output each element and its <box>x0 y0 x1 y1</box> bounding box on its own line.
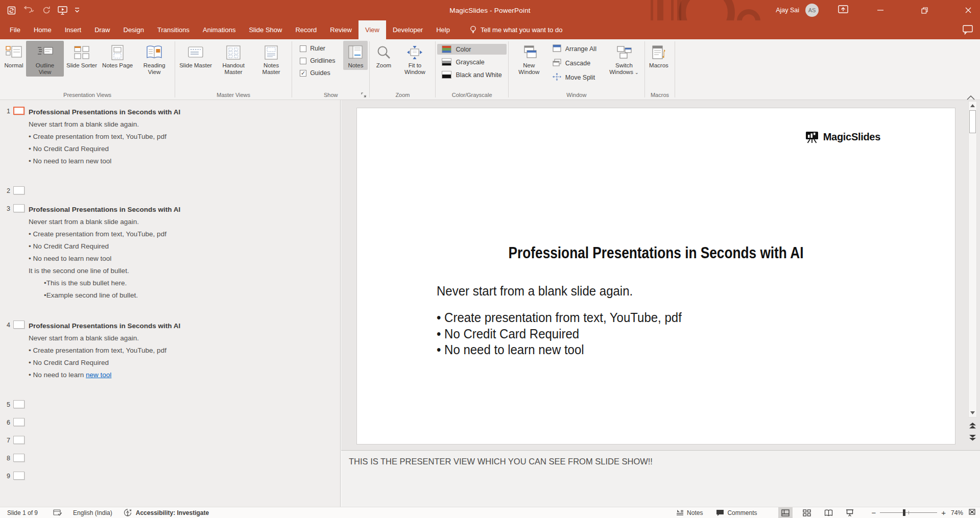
outline-line[interactable]: It is the second one line of bullet. <box>29 265 180 277</box>
save-icon[interactable] <box>7 6 16 15</box>
outline-slide[interactable]: 3Professional Presentations in Seconds w… <box>4 204 335 302</box>
collapse-ribbon-icon[interactable] <box>967 93 975 102</box>
slide-icon[interactable] <box>13 436 25 444</box>
gridlines-checkbox[interactable]: Gridlines <box>300 57 335 64</box>
show-dialog-launcher-icon[interactable] <box>361 92 366 98</box>
outline-line[interactable]: Never start from a blank slide again. <box>29 216 180 228</box>
outline-slide[interactable]: 1Professional Presentations in Seconds w… <box>4 106 335 167</box>
outline-slide[interactable]: 9 <box>4 471 335 480</box>
slide-icon[interactable] <box>13 320 25 329</box>
vertical-scrollbar[interactable] <box>968 101 977 417</box>
tab-transitions[interactable]: Transitions <box>151 20 196 39</box>
zoom-button[interactable]: Zoom <box>371 41 396 70</box>
previous-slide-icon[interactable] <box>969 422 976 431</box>
outline-slide-title[interactable]: Professional Presentations in Seconds wi… <box>29 106 180 118</box>
tab-insert[interactable]: Insert <box>58 20 88 39</box>
slide-icon[interactable] <box>13 400 25 408</box>
slide-icon[interactable] <box>13 418 25 426</box>
slide-bullet[interactable]: • No Credit Card Required <box>437 326 682 342</box>
speaker-notes-text[interactable]: THIS IS THE PRESENTER VIEW WHICH YOU CAN… <box>349 457 653 467</box>
slide-icon[interactable] <box>13 186 25 194</box>
ruler-checkbox[interactable]: Ruler <box>300 45 335 52</box>
outline-panel[interactable]: 1Professional Presentations in Seconds w… <box>0 100 341 507</box>
scroll-up-icon[interactable] <box>969 102 976 110</box>
slide-canvas[interactable]: MagicSlides Professional Presentations i… <box>356 108 955 445</box>
reading-view-button[interactable]: Reading View <box>135 41 173 77</box>
outline-slide-title[interactable]: Professional Presentations in Seconds wi… <box>29 320 180 332</box>
minimize-button[interactable] <box>869 0 892 20</box>
outline-slide-title[interactable]: Professional Presentations in Seconds wi… <box>29 204 180 216</box>
slide-icon[interactable] <box>13 107 25 115</box>
slide-icon[interactable] <box>13 204 25 212</box>
tab-help[interactable]: Help <box>429 20 457 39</box>
outline-line[interactable]: • No Credit Card Required <box>29 240 180 253</box>
notes-toggle[interactable]: Notes <box>676 509 703 516</box>
customize-qat-icon[interactable] <box>75 7 80 13</box>
arrange-all-button[interactable]: Arrange All <box>548 43 601 55</box>
outline-line[interactable]: • No Credit Card Required <box>29 143 180 155</box>
tab-draw[interactable]: Draw <box>88 20 116 39</box>
slide-sorter-button[interactable]: Slide Sorter <box>64 41 100 70</box>
fit-slide-to-window-icon[interactable] <box>968 508 976 517</box>
switch-windows-button[interactable]: Switch Windows ⌄ <box>605 41 643 77</box>
tab-animations[interactable]: Animations <box>196 20 242 39</box>
slide-bullet[interactable]: • No need to learn new tool <box>437 342 682 358</box>
normal-view-button[interactable]: Normal <box>2 41 26 70</box>
view-normal-button[interactable] <box>778 507 793 518</box>
color-button[interactable]: Color <box>437 44 506 55</box>
comments-toggle[interactable]: Comments <box>716 509 757 516</box>
tab-review[interactable]: Review <box>323 20 358 39</box>
outline-line[interactable]: • No need to learn new tool <box>29 253 180 265</box>
fit-to-window-button[interactable]: Fit to Window <box>396 41 434 77</box>
outline-line[interactable]: •This is the sub bullet here. <box>29 277 180 289</box>
ribbon-display-options-icon[interactable] <box>838 5 848 15</box>
slide-icon[interactable] <box>13 454 25 462</box>
outline-line[interactable]: • No need to learn new tool <box>29 369 180 381</box>
accessibility-status[interactable]: Accessibility: Investigate <box>136 509 209 516</box>
comment-bubble-icon[interactable] <box>963 25 973 35</box>
slide-title[interactable]: Professional Presentations in Seconds wi… <box>411 243 901 262</box>
slide-bullet[interactable]: • Create presentation from text, YouTube… <box>437 310 682 326</box>
tab-file[interactable]: File <box>3 20 27 39</box>
outline-slide[interactable]: 5 <box>4 400 335 408</box>
slide-body-text[interactable]: Never start from a blank slide again. • … <box>437 284 682 358</box>
outline-view-button[interactable]: Outline View <box>26 41 64 77</box>
outline-line[interactable]: • Create presentation from text, YouTube… <box>29 131 180 143</box>
outline-line[interactable]: •Example second line of bullet. <box>29 289 180 302</box>
zoom-out-button[interactable]: − <box>871 508 876 517</box>
outline-slide[interactable]: 6 <box>4 417 335 426</box>
view-slide-sorter-button[interactable] <box>800 507 814 518</box>
outline-line[interactable]: • Create presentation from text, YouTube… <box>29 228 180 240</box>
avatar[interactable]: AS <box>805 4 819 17</box>
tab-slide-show[interactable]: Slide Show <box>242 20 289 39</box>
view-slideshow-button[interactable] <box>843 507 857 518</box>
move-split-button[interactable]: Move Split <box>548 71 601 84</box>
tell-me-box[interactable]: Tell me what you want to do <box>470 20 562 39</box>
macros-button[interactable]: Macros <box>647 41 671 70</box>
start-slideshow-icon[interactable] <box>58 6 67 15</box>
outline-line[interactable]: • No need to learn new tool <box>29 155 180 167</box>
zoom-slider[interactable] <box>880 507 937 518</box>
cascade-button[interactable]: Cascade <box>548 57 601 69</box>
next-slide-icon[interactable] <box>969 434 976 443</box>
restore-button[interactable] <box>913 0 936 20</box>
tab-home[interactable]: Home <box>27 20 58 39</box>
slide-icon[interactable] <box>13 472 25 480</box>
notes-page-button[interactable]: Notes Page <box>100 41 135 70</box>
tab-developer[interactable]: Developer <box>386 20 429 39</box>
tab-record[interactable]: Record <box>289 20 323 39</box>
slide-intro-line[interactable]: Never start from a blank slide again. <box>437 284 682 299</box>
notes-pane[interactable]: THIS IS THE PRESENTER VIEW WHICH YOU CAN… <box>341 450 980 507</box>
accessibility-icon[interactable] <box>124 509 132 516</box>
scroll-down-icon[interactable] <box>969 409 976 417</box>
outline-slide[interactable]: 4Professional Presentations in Seconds w… <box>4 320 335 381</box>
tab-view[interactable]: View <box>358 20 386 39</box>
notes-master-button[interactable]: Notes Master <box>252 41 290 77</box>
notes-toggle-button[interactable]: Notes <box>343 41 368 70</box>
redo-icon[interactable] <box>42 6 51 14</box>
grayscale-button[interactable]: Grayscale <box>437 57 506 67</box>
slide-indicator[interactable]: Slide 1 of 9 <box>7 509 38 516</box>
user-name[interactable]: Ajay Sai <box>776 7 799 14</box>
new-window-button[interactable]: New Window <box>510 41 548 77</box>
guides-checkbox[interactable]: ✓ Guides <box>300 69 335 77</box>
